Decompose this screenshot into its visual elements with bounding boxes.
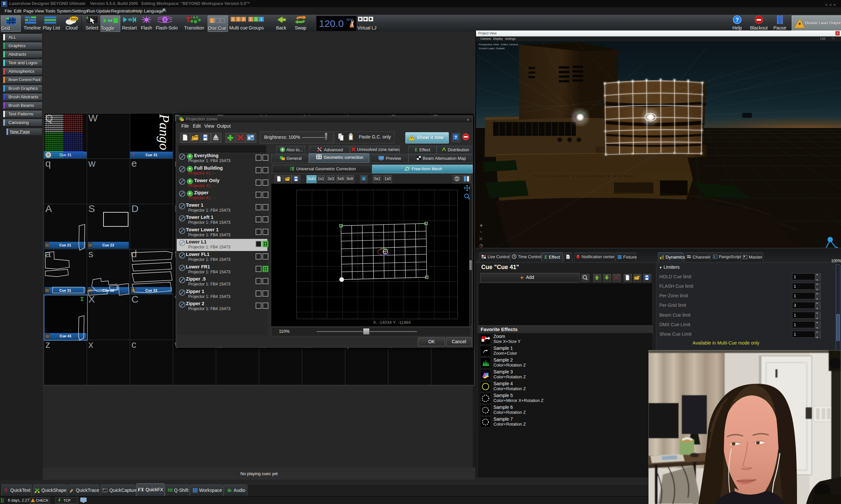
- svg-text:?: ?: [454, 135, 457, 140]
- svg-text:THE SOLOMON R GUGGENHEIM M: THE SOLOMON R GUGGENHEIM MUSEUM: [533, 175, 634, 178]
- svg-text:1: 1: [260, 17, 262, 21]
- svg-text:X: -14034 Y: -11964: X: -14034 Y: -11964: [373, 320, 411, 325]
- svg-text:*: *: [798, 22, 801, 28]
- svg-text:⛌: ⛌: [479, 236, 483, 241]
- svg-text:#: #: [363, 177, 365, 181]
- svg-text:◔: ◔: [479, 230, 482, 235]
- svg-text:S: S: [164, 17, 167, 22]
- svg-text:◷: ◷: [479, 243, 483, 248]
- svg-text:1: 1: [211, 19, 213, 23]
- svg-text:1: 1: [255, 17, 257, 21]
- svg-text:2: 2: [237, 17, 239, 21]
- svg-text:1: 1: [250, 17, 252, 21]
- svg-text:Σ: Σ: [81, 296, 84, 302]
- svg-text:10: 10: [648, 114, 653, 120]
- svg-text:T: T: [132, 152, 135, 158]
- svg-text:T: T: [5, 488, 7, 493]
- svg-text:1: 1: [232, 17, 234, 21]
- svg-text:3: 3: [242, 17, 244, 21]
- svg-text:beta: beta: [71, 17, 78, 20]
- svg-text:?: ?: [736, 17, 739, 23]
- svg-text:☀: ☀: [479, 223, 483, 228]
- svg-text:*: *: [411, 137, 413, 141]
